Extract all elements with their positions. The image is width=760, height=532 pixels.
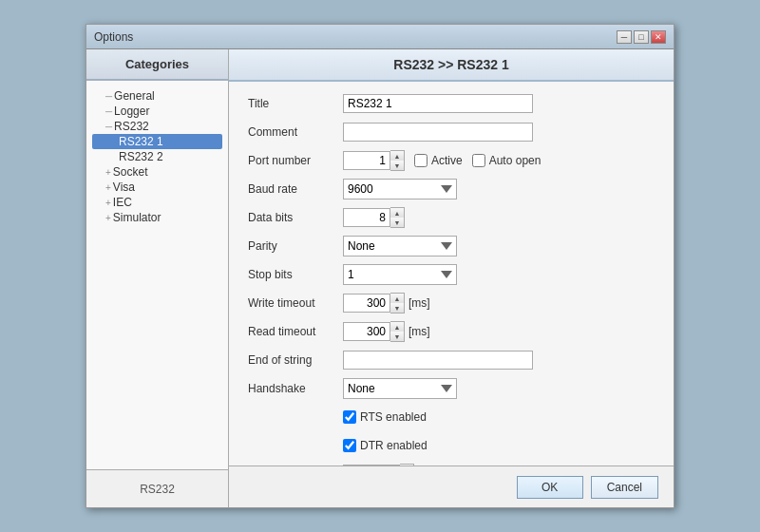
handshake-label: Handshake	[248, 382, 343, 395]
options-dialog: Options ─ □ ✕ Categories ─ General ─ Log…	[86, 24, 674, 508]
sidebar-tree: ─ General ─ Logger ─ RS232 RS232 1	[86, 81, 228, 469]
data-bits-row: Data bits ▲ ▼	[248, 207, 655, 228]
sidebar-label-rs232: RS232	[114, 120, 149, 133]
cancel-button[interactable]: Cancel	[591, 476, 658, 499]
handshake-row: Handshake None XOnXOff RequestToSend Req…	[248, 378, 655, 399]
window-title: Options	[94, 30, 133, 44]
active-checkbox[interactable]	[414, 154, 428, 167]
read-timeout-input[interactable]	[343, 322, 390, 341]
dtr-row: DTR enabled	[248, 435, 655, 456]
sidebar-bottom-label: RS232	[86, 469, 228, 507]
sidebar-item-rs232[interactable]: ─ RS232	[92, 119, 222, 134]
title-label: Title	[248, 97, 343, 110]
sidebar-label-rs232-1: RS232 1	[119, 135, 163, 148]
sidebar-item-logger[interactable]: ─ Logger	[92, 104, 222, 119]
tree-icon-visa: +	[105, 182, 111, 193]
tree-icon-iec: +	[105, 198, 111, 208]
comment-input[interactable]	[343, 123, 533, 142]
dtr-checkbox[interactable]	[343, 439, 356, 452]
active-checkbox-group: Active	[414, 154, 463, 167]
minimize-button[interactable]: ─	[617, 30, 632, 44]
sidebar-label-simulator: Simulator	[113, 211, 162, 224]
titlebar: Options ─ □ ✕	[86, 25, 674, 49]
autoopen-checkbox[interactable]	[472, 154, 485, 167]
sidebar-item-socket[interactable]: + Socket	[92, 164, 222, 180]
tree-icon-socket: +	[105, 167, 111, 178]
read-timeout-spinner-btns: ▲ ▼	[390, 321, 405, 342]
sidebar-label-rs232-2: RS232 2	[119, 150, 163, 163]
data-bits-label: Data bits	[248, 211, 343, 224]
autoopen-checkbox-group: Auto open	[472, 154, 542, 167]
data-bits-input[interactable]	[343, 208, 390, 227]
main-header: RS232 >> RS232 1	[229, 49, 674, 82]
autoopen-label: Auto open	[489, 154, 542, 167]
handshake-select[interactable]: None XOnXOff RequestToSend RequestToSend…	[343, 378, 457, 399]
read-timeout-up[interactable]: ▲	[390, 322, 404, 332]
data-bits-down[interactable]: ▼	[390, 218, 404, 227]
port-number-spinner-btns: ▲ ▼	[390, 150, 405, 171]
sidebar-item-simulator[interactable]: + Simulator	[92, 210, 222, 225]
port-number-up[interactable]: ▲	[390, 151, 404, 161]
write-timeout-input[interactable]	[343, 294, 390, 313]
port-number-label: Port number	[248, 154, 343, 167]
end-of-string-row: End of string	[248, 350, 655, 370]
dialog-footer: OK Cancel	[229, 466, 674, 507]
read-timeout-spinner: ▲ ▼	[343, 321, 405, 342]
rts-row: RTS enabled	[248, 407, 655, 428]
main-panel: RS232 >> RS232 1 Title Comment Port numb…	[229, 49, 674, 507]
parity-select[interactable]: None Even Odd Mark Space	[343, 236, 457, 256]
sidebar-label-iec: IEC	[113, 196, 132, 209]
sidebar-item-visa[interactable]: + Visa	[92, 180, 222, 195]
write-timeout-down[interactable]: ▼	[390, 303, 404, 313]
ok-button[interactable]: OK	[517, 476, 583, 499]
dtr-label: DTR enabled	[360, 439, 428, 452]
write-timeout-label: Write timeout	[248, 296, 343, 310]
sidebar-label-visa: Visa	[113, 180, 135, 194]
baud-rate-label: Baud rate	[248, 182, 343, 196]
data-bits-up[interactable]: ▲	[390, 208, 404, 218]
rts-checkbox[interactable]	[343, 410, 356, 424]
port-number-input[interactable]	[343, 151, 390, 170]
sidebar-item-general[interactable]: ─ General	[92, 88, 222, 104]
close-button[interactable]: ✕	[651, 30, 666, 44]
active-autoopen-group: Active Auto open	[414, 154, 541, 167]
port-number-row: Port number ▲ ▼ Active	[248, 150, 655, 171]
rts-checkbox-group: RTS enabled	[343, 410, 427, 424]
port-number-down[interactable]: ▼	[390, 161, 404, 170]
write-timeout-up[interactable]: ▲	[390, 294, 404, 303]
comment-label: Comment	[248, 125, 343, 139]
tree-icon-rs232: ─	[105, 122, 112, 132]
dialog-body: Categories ─ General ─ Logger ─ RS232	[86, 49, 674, 507]
sidebar: Categories ─ General ─ Logger ─ RS232	[86, 49, 229, 507]
write-timeout-spinner-btns: ▲ ▼	[390, 293, 405, 314]
dtr-checkbox-group: DTR enabled	[343, 439, 428, 452]
active-label: Active	[431, 154, 463, 167]
stop-bits-label: Stop bits	[248, 268, 343, 281]
read-timeout-down[interactable]: ▼	[390, 332, 404, 341]
sidebar-label-general: General	[114, 89, 155, 103]
baud-rate-select[interactable]: 9600 1200 2400 4800 19200 38400 57600 11…	[343, 179, 457, 200]
tree-icon-general: ─	[105, 91, 112, 102]
restore-button[interactable]: □	[634, 30, 649, 44]
rts-label: RTS enabled	[360, 410, 427, 424]
read-timeout-row: Read timeout ▲ ▼ [ms]	[248, 321, 655, 342]
sidebar-item-iec[interactable]: + IEC	[92, 195, 222, 210]
comment-row: Comment	[248, 122, 655, 142]
tree-icon-logger: ─	[105, 106, 112, 117]
write-timeout-unit: [ms]	[408, 296, 430, 310]
sidebar-label-logger: Logger	[114, 104, 149, 118]
sidebar-item-rs232-2[interactable]: RS232 2	[92, 149, 222, 164]
end-of-string-input[interactable]	[343, 351, 533, 370]
tree-icon-simulator: +	[105, 213, 111, 223]
end-of-string-label: End of string	[248, 353, 343, 367]
write-timeout-row: Write timeout ▲ ▼ [ms]	[248, 293, 655, 314]
title-input[interactable]	[343, 94, 533, 113]
stop-bits-select[interactable]: 1 1.5 2	[343, 264, 457, 285]
title-row: Title	[248, 93, 655, 114]
parity-row: Parity None Even Odd Mark Space	[248, 236, 655, 256]
parity-label: Parity	[248, 239, 343, 253]
data-bits-spinner: ▲ ▼	[343, 207, 405, 228]
sidebar-item-rs232-1[interactable]: RS232 1	[92, 134, 222, 149]
sidebar-header: Categories	[86, 49, 228, 81]
data-bits-spinner-btns: ▲ ▼	[390, 207, 405, 228]
